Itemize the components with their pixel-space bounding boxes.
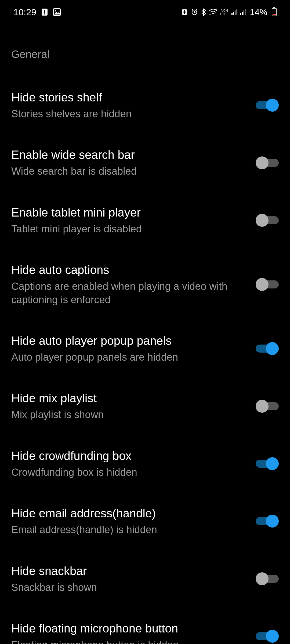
setting-row[interactable]: Hide email address(handle)Email address(…	[11, 492, 279, 550]
battery-icon	[272, 8, 277, 16]
settings-list: Hide stories shelfStories shelves are hi…	[11, 76, 279, 644]
setting-row[interactable]: Hide auto captionsCaptions are enabled w…	[11, 249, 279, 320]
warning-icon	[41, 8, 48, 16]
setting-subtitle: Email address(handle) is hidden	[11, 523, 245, 536]
setting-title: Hide crowdfunding box	[11, 448, 245, 463]
svg-text:6: 6	[215, 9, 217, 11]
setting-toggle[interactable]	[256, 400, 279, 413]
status-right: 6 Vo)) LTE1 14%	[181, 7, 277, 17]
setting-text: Enable tablet mini playerTablet mini pla…	[11, 205, 256, 236]
setting-toggle[interactable]	[256, 214, 279, 227]
toggle-thumb	[266, 342, 279, 355]
status-left: 10:29	[13, 7, 61, 17]
setting-toggle[interactable]	[256, 630, 279, 643]
setting-title: Hide auto player popup panels	[11, 333, 245, 348]
setting-row[interactable]: Hide snackbarSnackbar is shown	[11, 550, 279, 608]
alarm-icon	[191, 8, 198, 16]
image-icon	[53, 8, 61, 16]
setting-text: Hide floating microphone buttonFloating …	[11, 621, 256, 644]
setting-toggle[interactable]	[256, 572, 279, 585]
setting-row[interactable]: Hide crowdfunding boxCrowdfunding box is…	[11, 435, 279, 492]
setting-text: Hide auto player popup panelsAuto player…	[11, 333, 256, 364]
settings-content: General Hide stories shelfStories shelve…	[0, 24, 290, 644]
setting-subtitle: Wide search bar is disabled	[11, 165, 245, 178]
setting-title: Hide email address(handle)	[11, 506, 245, 521]
setting-text: Enable wide search barWide search bar is…	[11, 147, 256, 178]
toggle-thumb	[256, 156, 269, 169]
signal-1-icon	[231, 9, 237, 15]
status-bar: 10:29 6 Vo)) LTE1 14%	[0, 0, 290, 24]
setting-subtitle: Mix playlist is shown	[11, 408, 245, 421]
setting-title: Enable wide search bar	[11, 147, 245, 162]
wifi-icon: 6	[209, 9, 218, 16]
toggle-thumb	[256, 400, 269, 413]
svg-point-4	[55, 10, 56, 12]
toggle-thumb	[256, 214, 269, 227]
setting-title: Hide mix playlist	[11, 391, 245, 405]
setting-row[interactable]: Enable wide search barWide search bar is…	[11, 134, 279, 191]
toggle-thumb	[266, 630, 279, 643]
setting-row[interactable]: Hide mix playlistMix playlist is shown	[11, 377, 279, 435]
setting-row[interactable]: Hide auto player popup panelsAuto player…	[11, 320, 279, 377]
setting-text: Hide stories shelfStories shelves are hi…	[11, 90, 256, 120]
setting-toggle[interactable]	[256, 457, 279, 470]
setting-title: Enable tablet mini player	[11, 205, 245, 220]
setting-text: Hide email address(handle)Email address(…	[11, 506, 256, 536]
setting-subtitle: Auto player popup panels are hidden	[11, 351, 245, 364]
toggle-thumb	[266, 515, 279, 528]
toggle-thumb	[256, 572, 269, 585]
svg-rect-2	[44, 13, 45, 14]
section-header-general: General	[11, 48, 279, 60]
volte-icon: Vo)) LTE1	[220, 8, 229, 16]
setting-row[interactable]: Enable tablet mini playerTablet mini pla…	[11, 192, 279, 249]
svg-rect-3	[53, 9, 60, 16]
setting-title: Hide floating microphone button	[11, 621, 245, 636]
setting-toggle[interactable]	[256, 278, 279, 291]
svg-rect-1	[44, 10, 45, 13]
setting-subtitle: Tablet mini player is disabled	[11, 222, 245, 236]
setting-toggle[interactable]	[256, 99, 279, 112]
setting-subtitle: Stories shelves are hidden	[11, 107, 245, 120]
setting-title: Hide auto captions	[11, 262, 245, 277]
toggle-thumb	[266, 99, 279, 112]
setting-title: Hide stories shelf	[11, 90, 245, 105]
setting-row[interactable]: Hide floating microphone buttonFloating …	[11, 608, 279, 644]
bluetooth-icon	[201, 8, 206, 16]
setting-toggle[interactable]	[256, 515, 279, 528]
setting-row[interactable]: Hide stories shelfStories shelves are hi…	[11, 76, 279, 134]
battery-percentage: 14%	[250, 7, 267, 17]
setting-toggle[interactable]	[256, 156, 279, 169]
setting-text: Hide snackbarSnackbar is shown	[11, 564, 256, 594]
setting-subtitle: Snackbar is shown	[11, 581, 245, 594]
setting-subtitle: Floating microphone button is hidden	[11, 638, 245, 644]
setting-text: Hide mix playlistMix playlist is shown	[11, 391, 256, 421]
toggle-thumb	[256, 278, 269, 291]
data-saver-icon	[181, 9, 188, 16]
status-time: 10:29	[13, 7, 36, 17]
setting-text: Hide auto captionsCaptions are enabled w…	[11, 262, 256, 306]
setting-text: Hide crowdfunding boxCrowdfunding box is…	[11, 448, 256, 479]
signal-2-icon	[240, 9, 246, 15]
toggle-thumb	[266, 457, 279, 470]
setting-subtitle: Crowdfunding box is hidden	[11, 466, 245, 479]
setting-subtitle: Captions are enabled when playing a vide…	[11, 280, 245, 306]
setting-toggle[interactable]	[256, 342, 279, 355]
setting-title: Hide snackbar	[11, 564, 245, 578]
